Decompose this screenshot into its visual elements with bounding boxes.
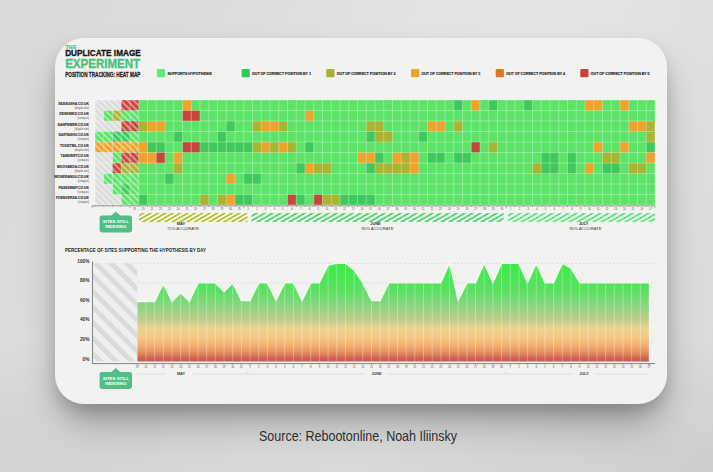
- svg-text:27: 27: [474, 365, 477, 369]
- svg-text:22: 22: [431, 365, 434, 369]
- svg-text:27: 27: [474, 207, 477, 211]
- svg-text:16: 16: [379, 365, 382, 369]
- svg-text:25: 25: [188, 365, 191, 369]
- svg-text:MAY: MAY: [177, 372, 186, 376]
- svg-text:10: 10: [587, 365, 590, 369]
- svg-text:30: 30: [231, 365, 234, 369]
- svg-text:(duplicate): (duplicate): [75, 169, 89, 173]
- svg-text:26: 26: [465, 207, 468, 211]
- svg-text:60%: 60%: [80, 298, 90, 303]
- svg-text:11: 11: [596, 365, 599, 369]
- svg-text:4: 4: [275, 365, 277, 369]
- svg-text:28: 28: [214, 365, 217, 369]
- svg-text:17: 17: [387, 365, 390, 369]
- svg-text:(unique): (unique): [78, 190, 89, 194]
- svg-text:27: 27: [203, 207, 206, 211]
- svg-text:19: 19: [405, 365, 408, 369]
- svg-text:(duplicate): (duplicate): [75, 148, 89, 152]
- svg-text:3: 3: [265, 207, 267, 211]
- svg-text:4: 4: [536, 365, 538, 369]
- svg-text:9: 9: [319, 365, 321, 369]
- svg-text:6: 6: [554, 207, 556, 211]
- svg-text:3: 3: [267, 365, 269, 369]
- svg-text:25: 25: [457, 365, 460, 369]
- svg-text:18: 18: [395, 207, 398, 211]
- svg-text:20: 20: [142, 207, 145, 211]
- svg-text:(duplicate): (duplicate): [75, 106, 89, 110]
- svg-text:9: 9: [317, 207, 319, 211]
- svg-text:POSITION TRACKING: HEAT MAP: POSITION TRACKING: HEAT MAP: [65, 71, 140, 78]
- svg-text:SITES STILL: SITES STILL: [103, 376, 129, 381]
- svg-text:4: 4: [274, 207, 276, 211]
- svg-text:27: 27: [205, 365, 208, 369]
- svg-text:17: 17: [649, 207, 652, 211]
- svg-text:7: 7: [562, 207, 564, 211]
- svg-text:11: 11: [597, 207, 600, 211]
- svg-text:13: 13: [352, 207, 355, 211]
- svg-text:5: 5: [545, 207, 547, 211]
- svg-text:7: 7: [562, 365, 564, 369]
- svg-text:16: 16: [378, 207, 381, 211]
- svg-text:23: 23: [170, 365, 173, 369]
- svg-text:Source: Rebootonline, Noah Ili: Source: Rebootonline, Noah Iliinsky: [259, 428, 458, 444]
- svg-text:100%: 100%: [77, 259, 90, 264]
- svg-text:28: 28: [483, 365, 486, 369]
- svg-text:28: 28: [483, 207, 486, 211]
- svg-text:20: 20: [413, 207, 416, 211]
- svg-text:19: 19: [133, 207, 136, 211]
- svg-text:22: 22: [430, 207, 433, 211]
- svg-text:5: 5: [282, 207, 284, 211]
- svg-text:14: 14: [621, 365, 624, 369]
- svg-text:72% ACCURATE: 72% ACCURATE: [167, 226, 199, 231]
- svg-text:(unique): (unique): [78, 179, 89, 183]
- svg-text:24: 24: [448, 365, 451, 369]
- svg-text:JULY: JULY: [579, 372, 589, 376]
- svg-text:16: 16: [639, 365, 642, 369]
- svg-text:29: 29: [223, 365, 226, 369]
- svg-text:14: 14: [360, 207, 363, 211]
- svg-text:12: 12: [605, 207, 608, 211]
- svg-text:24: 24: [448, 207, 451, 211]
- svg-text:INDEXING: INDEXING: [105, 224, 127, 229]
- svg-text:(unique): (unique): [78, 137, 89, 141]
- svg-text:30: 30: [229, 207, 232, 211]
- svg-text:8: 8: [571, 207, 573, 211]
- svg-text:SUPPORTS HYPOTHESIS: SUPPORTS HYPOTHESIS: [167, 71, 212, 76]
- svg-text:1: 1: [249, 365, 251, 369]
- svg-text:15: 15: [632, 207, 635, 211]
- svg-text:15: 15: [370, 365, 373, 369]
- svg-text:6: 6: [293, 365, 295, 369]
- svg-text:14: 14: [623, 207, 626, 211]
- svg-text:4: 4: [536, 207, 538, 211]
- svg-text:15: 15: [630, 365, 633, 369]
- svg-text:23: 23: [168, 207, 171, 211]
- svg-text:23: 23: [439, 365, 442, 369]
- svg-text:19: 19: [136, 365, 139, 369]
- svg-text:23: 23: [439, 207, 442, 211]
- svg-text:(unique): (unique): [78, 116, 89, 120]
- svg-text:10: 10: [588, 207, 591, 211]
- svg-text:SITES STILL: SITES STILL: [103, 219, 129, 224]
- svg-text:20%: 20%: [80, 337, 90, 342]
- svg-text:20: 20: [144, 365, 147, 369]
- svg-text:INDEXING: INDEXING: [105, 381, 127, 386]
- svg-text:3: 3: [527, 365, 529, 369]
- svg-text:(duplicate): (duplicate): [75, 127, 89, 131]
- svg-text:15: 15: [369, 207, 372, 211]
- svg-text:26: 26: [197, 365, 200, 369]
- svg-text:22: 22: [162, 365, 165, 369]
- svg-text:30: 30: [500, 365, 503, 369]
- svg-text:OUT OF CORRECT POSITION BY 3: OUT OF CORRECT POSITION BY 3: [422, 71, 482, 76]
- svg-text:9: 9: [579, 365, 581, 369]
- svg-text:7: 7: [300, 207, 302, 211]
- svg-text:26: 26: [465, 365, 468, 369]
- svg-text:10: 10: [325, 207, 328, 211]
- svg-text:6: 6: [553, 365, 555, 369]
- svg-text:80%: 80%: [80, 278, 90, 283]
- svg-text:1: 1: [509, 365, 511, 369]
- svg-text:13: 13: [614, 207, 617, 211]
- svg-text:0%: 0%: [83, 357, 91, 362]
- svg-text:29: 29: [492, 207, 495, 211]
- svg-text:31: 31: [238, 207, 241, 211]
- svg-text:25: 25: [185, 207, 188, 211]
